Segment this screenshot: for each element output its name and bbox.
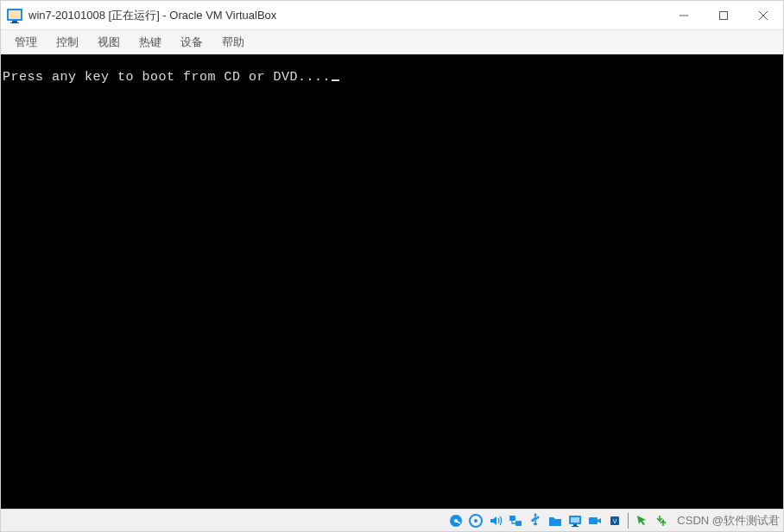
- svg-rect-16: [571, 517, 579, 522]
- text-cursor: [332, 79, 339, 81]
- recording-icon[interactable]: [585, 511, 604, 530]
- optical-drive-icon[interactable]: [466, 511, 485, 530]
- close-icon: [759, 11, 768, 20]
- svg-rect-17: [573, 524, 577, 526]
- minimize-icon: [680, 11, 688, 20]
- boot-prompt-text: Press any key to boot from CD or DVD....: [3, 70, 331, 85]
- svg-rect-10: [509, 516, 515, 521]
- svg-rect-5: [720, 11, 728, 19]
- mouse-integration-icon[interactable]: [632, 511, 651, 530]
- display-icon[interactable]: [566, 511, 585, 530]
- maximize-button[interactable]: [704, 1, 743, 29]
- usb-icon[interactable]: [526, 511, 545, 530]
- menu-manage[interactable]: 管理: [6, 32, 46, 53]
- minimize-button[interactable]: [664, 1, 704, 29]
- svg-point-9: [474, 519, 477, 522]
- close-button[interactable]: [743, 1, 783, 29]
- hard-disk-icon[interactable]: [446, 511, 465, 530]
- svg-rect-2: [9, 10, 21, 19]
- statusbar: V CSDN @软件测试君: [1, 509, 783, 531]
- shared-folders-icon[interactable]: [546, 511, 565, 530]
- network-icon[interactable]: [506, 511, 525, 530]
- menu-hotkeys[interactable]: 热键: [130, 32, 170, 53]
- menu-devices[interactable]: 设备: [172, 32, 212, 53]
- svg-rect-13: [532, 519, 534, 522]
- cpu-status-icon[interactable]: V: [605, 511, 624, 530]
- menubar: 管理 控制 视图 热键 设备 帮助: [1, 30, 783, 54]
- virtualbox-window: win7-20101008 [正在运行] - Oracle VM Virtual…: [0, 0, 784, 532]
- virtualbox-app-icon: [6, 7, 23, 24]
- svg-point-12: [534, 513, 537, 516]
- keyboard-capture-icon[interactable]: [652, 511, 671, 530]
- vm-console[interactable]: Press any key to boot from CD or DVD....: [1, 54, 783, 509]
- titlebar: win7-20101008 [正在运行] - Oracle VM Virtual…: [1, 1, 783, 30]
- audio-icon[interactable]: [486, 511, 505, 530]
- menu-view[interactable]: 视图: [89, 32, 129, 53]
- svg-text:V: V: [613, 518, 617, 524]
- window-title: win7-20101008 [正在运行] - Oracle VM Virtual…: [28, 8, 664, 23]
- svg-rect-11: [515, 521, 522, 526]
- svg-rect-3: [12, 21, 17, 22]
- status-separator: [628, 513, 629, 529]
- svg-rect-18: [572, 526, 579, 527]
- maximize-icon: [719, 11, 728, 20]
- menu-help[interactable]: 帮助: [213, 32, 253, 53]
- menu-control[interactable]: 控制: [47, 32, 87, 53]
- svg-rect-4: [10, 22, 19, 23]
- watermark-text: CSDN @软件测试君: [677, 513, 780, 529]
- window-controls: [664, 1, 783, 29]
- svg-point-14: [537, 516, 540, 518]
- svg-rect-19: [589, 517, 597, 524]
